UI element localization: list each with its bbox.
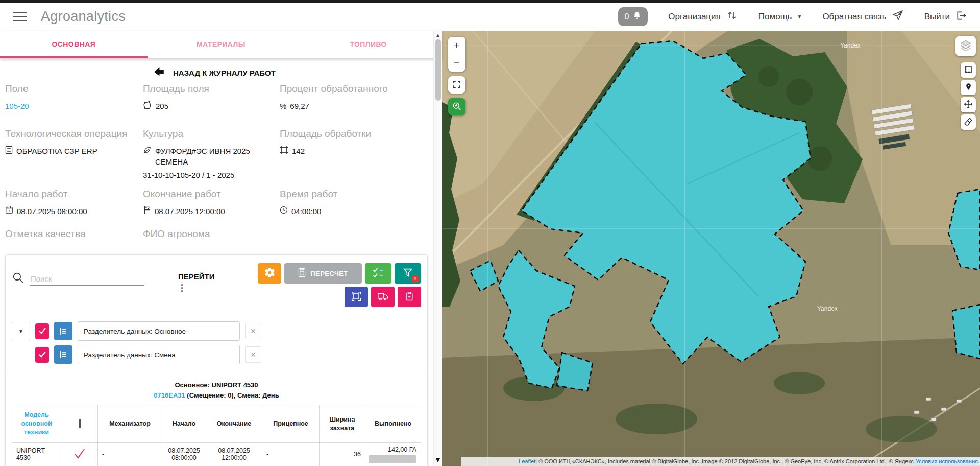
- chevron-down-icon: ▼: [797, 14, 802, 19]
- cell-done: 142,00 ГА: [365, 442, 421, 466]
- transport-button[interactable]: [371, 287, 395, 307]
- scroll-up-icon[interactable]: ▲: [435, 32, 440, 38]
- document-icon: [5, 146, 13, 157]
- end-label: Окончание работ: [143, 187, 273, 201]
- filter-clear-badge[interactable]: ×: [411, 275, 419, 283]
- separator-checkbox[interactable]: [35, 347, 49, 363]
- start-info: Начало работ 1 08.07.2025 08:00:00: [5, 187, 143, 227]
- agronomist-info: ФИО агронома: [143, 227, 280, 249]
- attribution-text: | © ООО ИТЦ «СКАНЭКС», Includes material…: [535, 458, 914, 464]
- field-info: Поле 105-20: [5, 82, 143, 127]
- column-header-start: Начало: [162, 405, 206, 443]
- scroll-down-icon[interactable]: ▼: [434, 456, 442, 464]
- cell-width: 36: [320, 442, 365, 466]
- duration-label: Время работ: [280, 187, 426, 201]
- area-select-button[interactable]: [345, 287, 368, 307]
- scrollbar-thumb[interactable]: [435, 39, 441, 101]
- menu-icon[interactable]: [13, 12, 27, 21]
- feedback-button[interactable]: Обратная связь: [822, 9, 903, 24]
- separator-row: ▼ Разделитель данных: Основное ×: [12, 321, 421, 341]
- card-toolbar: ПЕРЕЙТИ ПЕРЕСЧЕТ: [12, 263, 421, 307]
- end-value: 08.07.2025 12:00:00: [155, 206, 225, 217]
- separator-icon: [54, 345, 72, 364]
- work-info-grid: Поле 105-20 Площадь поля 205 Процент обр…: [0, 82, 433, 249]
- select-all-checkbox[interactable]: [79, 419, 81, 428]
- percent-info: Процент обработанного % 69,27: [280, 82, 433, 127]
- separator-icon: [54, 322, 72, 340]
- help-menu[interactable]: Помощь ▼: [758, 12, 802, 22]
- checklist-button[interactable]: [365, 263, 391, 284]
- filter-button[interactable]: ×: [395, 263, 421, 284]
- map-pin-icon: [965, 82, 972, 92]
- data-separators: ▼ Разделитель данных: Основное × Раздели…: [12, 321, 421, 364]
- work-area-value: 142: [292, 146, 305, 156]
- measure-button[interactable]: [961, 62, 976, 78]
- back-to-journal-link[interactable]: НАЗАД К ЖУРНАЛУ РАБОТ: [154, 67, 433, 78]
- recalculate-button[interactable]: ПЕРЕСЧЕТ: [284, 263, 362, 284]
- leaflet-link[interactable]: Leaflet: [519, 458, 535, 464]
- notification-count: 0: [624, 12, 629, 21]
- separator-dropdown-button[interactable]: ▼: [12, 322, 30, 340]
- organization-label: Организация: [668, 12, 721, 22]
- tab-materials[interactable]: МАТЕРИАЛЫ: [148, 31, 295, 58]
- cell-mechanizer: -: [98, 442, 162, 466]
- zoom-in-button[interactable]: +: [448, 37, 465, 54]
- table-row[interactable]: UNIPORT 4530 - 08.07.2025 08:00:00 08.07…: [12, 442, 421, 466]
- divider: [6, 375, 427, 375]
- worklist-button[interactable]: [398, 287, 421, 307]
- separator-value[interactable]: Разделитель данных: Смена: [78, 345, 240, 364]
- logout-button[interactable]: Выйти: [924, 10, 967, 24]
- field-area-value: 205: [156, 101, 168, 111]
- column-header-end: Окончание: [206, 405, 262, 443]
- column-header-trailer: Прицепное: [262, 405, 320, 443]
- settings-button[interactable]: [258, 263, 281, 284]
- map-left-controls: + −: [448, 37, 465, 115]
- panel-scrollbar[interactable]: ▲ ▼: [433, 31, 442, 466]
- notifications-button[interactable]: 0: [618, 7, 648, 26]
- column-header-model[interactable]: Модель основной техники: [12, 405, 61, 443]
- end-info: Окончание работ 08.07.2025 12:00:00: [143, 187, 280, 227]
- chevron-down-icon: ▼: [18, 329, 23, 334]
- tab-fuel[interactable]: ТОПЛИВО: [295, 31, 442, 58]
- culture-code: 31-10-10-105-20 / 1 - 2025: [143, 171, 273, 179]
- pan-button[interactable]: [961, 97, 976, 112]
- go-button[interactable]: ПЕРЕЙТИ: [178, 272, 215, 281]
- crop-area-icon: [280, 146, 288, 157]
- leaf-search-icon: [452, 101, 462, 113]
- layers-icon: [959, 39, 972, 54]
- tab-bar: ОСНОВНАЯ МАТЕРИАЛЫ ТОПЛИВО: [0, 31, 442, 58]
- separator-checkbox[interactable]: [35, 323, 49, 339]
- remove-separator-button[interactable]: ×: [245, 323, 261, 339]
- remove-separator-button[interactable]: ×: [245, 346, 261, 363]
- culture-label: Культура: [143, 127, 273, 141]
- zoom-out-button[interactable]: −: [448, 54, 465, 72]
- culture-value: ФУЛФОРД#ЭС ИВНЯ 2025 СЕМЕНА: [155, 146, 257, 167]
- map-canvas[interactable]: Yandex Yandex: [442, 31, 980, 466]
- field-value-link[interactable]: 105-20: [5, 101, 136, 111]
- erase-button[interactable]: [961, 114, 976, 130]
- cell-selected[interactable]: [61, 442, 98, 466]
- separator-value[interactable]: Разделитель данных: Основное: [78, 321, 240, 341]
- leaf-icon: [143, 146, 152, 157]
- marker-button[interactable]: [961, 80, 976, 95]
- work-details-panel: ОСНОВНАЯ МАТЕРИАЛЫ ТОПЛИВО НАЗАД К ЖУРНА…: [0, 31, 442, 466]
- quality-info: Отметка качества: [5, 227, 143, 249]
- field-area-label: Площадь поля: [143, 82, 273, 96]
- organization-menu[interactable]: Организация: [668, 9, 738, 24]
- terms-of-use-link[interactable]: Условия использования: [914, 458, 980, 465]
- fullscreen-button[interactable]: [448, 76, 465, 94]
- tab-main[interactable]: ОСНОВНАЯ: [0, 31, 148, 58]
- calculator-icon: [298, 268, 306, 279]
- switch-org-icon: [726, 9, 738, 24]
- check-icon: [73, 454, 86, 461]
- vegetation-search-button[interactable]: [448, 98, 465, 115]
- more-options-icon[interactable]: [181, 284, 186, 292]
- duration-info: Время работ 04:00:00: [280, 187, 433, 227]
- culture-info: Культура ФУЛФОРД#ЭС ИВНЯ 2025 СЕМЕНА 31-…: [143, 127, 280, 187]
- column-header-done: Выполнено: [365, 405, 421, 443]
- search-input[interactable]: [30, 272, 144, 286]
- layers-button[interactable]: [955, 36, 976, 56]
- checklist-icon: [372, 266, 385, 281]
- vehicle-plate-link[interactable]: 0716ЕА31: [154, 391, 185, 399]
- operation-value: ОБРАБОТКА СЗР ERP: [16, 146, 97, 156]
